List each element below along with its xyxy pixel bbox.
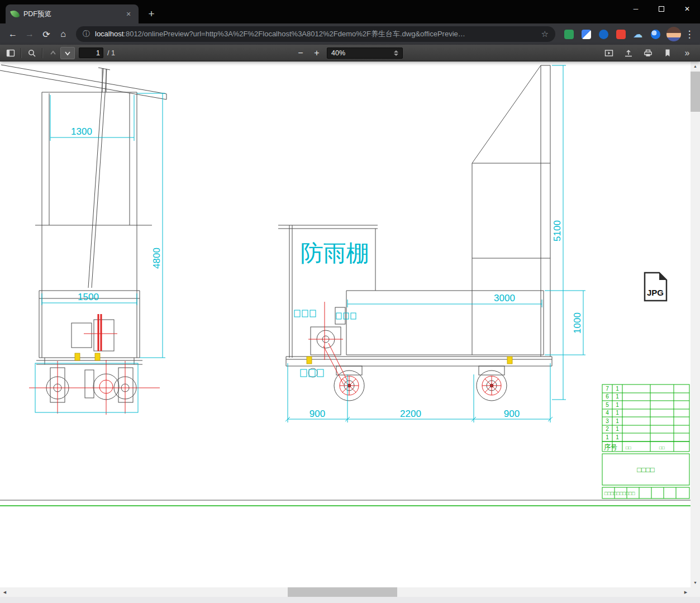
url-host: localhost	[95, 30, 123, 38]
title-block: 7 1 6 1 5 1 4 1 3 1 2 1 1 1 序号 □□ □□	[602, 384, 689, 498]
bookmark-icon	[663, 49, 672, 58]
page-up-button[interactable]	[46, 47, 60, 59]
translate-extension-icon	[582, 30, 591, 39]
extension-icon-1[interactable]	[563, 29, 574, 40]
print-button[interactable]	[641, 47, 655, 59]
pdf-toolbar: / 1 − + 40%	[0, 45, 700, 61]
chevrons-icon: »	[682, 48, 692, 58]
dim-4800: 4800	[151, 248, 162, 269]
zoom-controls: − + 40%	[294, 45, 403, 61]
tb-header-no: 序号	[604, 443, 617, 451]
sidebar-toggle-button[interactable]	[3, 47, 18, 59]
scroll-right-icon[interactable]: ▶	[681, 587, 691, 597]
scroll-down-icon[interactable]: ▼	[691, 578, 700, 587]
page-count-label: / 1	[107, 49, 115, 57]
vertical-scrollbar-thumb[interactable]	[691, 72, 700, 112]
tb-header-col2: □□	[626, 445, 631, 450]
vertical-scrollbar[interactable]: ▲ ▼	[691, 61, 700, 587]
tb-row-no: 2	[606, 426, 609, 432]
tb-row-qty: 1	[616, 418, 619, 424]
find-button[interactable]	[25, 47, 39, 59]
dim-5100: 5100	[552, 220, 563, 241]
extension-icon-4[interactable]	[615, 29, 626, 40]
tb-row-qty: 1	[616, 402, 619, 408]
presentation-mode-button[interactable]	[602, 47, 616, 59]
back-button[interactable]: ←	[4, 26, 21, 42]
title-bar: PDF预览 ✕ + ─ ✕	[0, 0, 700, 23]
search-icon	[27, 49, 36, 58]
green-extension-icon	[564, 30, 574, 39]
tb-row-no: 5	[606, 402, 609, 408]
tb-title-text: □□□□	[637, 466, 655, 474]
open-file-button[interactable]	[621, 47, 636, 59]
window-bottom-edge	[0, 597, 700, 603]
page-number-input[interactable]	[79, 48, 103, 58]
zoom-select[interactable]: 40%	[327, 48, 403, 59]
tb-header-col3: □□	[659, 445, 665, 450]
address-bar[interactable]: ⓘ localhost:8012/onlinePreview?url=http%…	[76, 26, 555, 42]
scrollbar-corner	[691, 587, 700, 597]
minimize-button[interactable]: ─	[623, 0, 649, 18]
select-caret-icon	[394, 50, 398, 56]
zoom-value: 40%	[331, 49, 345, 57]
extensions-row: ☁	[563, 29, 661, 40]
dim-1500: 1500	[78, 292, 99, 302]
tb-row-qty: 1	[616, 434, 619, 440]
bookmark-star-icon[interactable]: ☆	[541, 29, 549, 39]
browser-menu-icon[interactable]: ⋮	[683, 29, 696, 40]
orange-extension-icon	[616, 30, 626, 39]
dim-900-right: 900	[504, 409, 520, 419]
new-tab-button[interactable]: +	[144, 7, 159, 22]
dim-1000: 1000	[572, 312, 583, 334]
extension-icon-5[interactable]: ☁	[632, 29, 644, 40]
extension-icon-2[interactable]	[580, 29, 592, 40]
blue-circle-extension-icon	[599, 30, 608, 39]
site-info-icon[interactable]: ⓘ	[83, 29, 90, 39]
cloud-extension-icon: ☁	[634, 30, 643, 39]
print-icon	[644, 49, 653, 58]
profile-avatar[interactable]	[666, 27, 681, 41]
sidebar-toggle-icon	[6, 49, 15, 58]
maximize-icon	[659, 6, 664, 12]
close-button[interactable]: ✕	[674, 0, 700, 18]
dim-2200: 2200	[400, 409, 421, 419]
tb-row-no: 3	[606, 418, 609, 424]
extension-icon-3[interactable]	[598, 29, 609, 40]
tb-row-qty: 1	[616, 386, 619, 392]
reload-button[interactable]: ⟳	[38, 26, 55, 42]
jpg-badge-text: JPG	[647, 288, 664, 297]
tb-row-no: 1	[606, 434, 609, 440]
browser-window: PDF预览 ✕ + ─ ✕ ← → ⟳ ⌂ ⓘ localhost:8012/o…	[0, 0, 700, 603]
home-button[interactable]: ⌂	[55, 26, 72, 42]
more-tools-button[interactable]: »	[680, 47, 694, 59]
url-path: :8012/onlinePreview?url=http%3A%2F%2Floc…	[123, 30, 465, 38]
dim-3000: 3000	[494, 293, 515, 303]
horizontal-scrollbar-thumb[interactable]	[288, 587, 397, 597]
bookmark-button[interactable]	[660, 47, 675, 59]
tab-title: PDF预览	[23, 10, 120, 19]
dim-900-left: 900	[309, 409, 325, 419]
open-file-icon	[624, 49, 633, 58]
cad-drawing: 1300 4800 1500 防雨棚 3000 1000 5100 900 22…	[0, 61, 691, 587]
zoom-out-button[interactable]: −	[294, 47, 307, 59]
tb-row-no: 7	[606, 386, 609, 392]
page-down-icon	[63, 49, 72, 58]
drawing-black-lines	[0, 65, 691, 500]
dim-1300: 1300	[71, 126, 92, 137]
tb-row-no: 6	[606, 393, 609, 400]
navigation-bar: ← → ⟳ ⌂ ⓘ localhost:8012/onlinePreview?u…	[0, 23, 700, 45]
horizontal-scrollbar[interactable]: ◀ ▶	[0, 587, 691, 597]
page-down-button[interactable]	[60, 47, 75, 59]
toolbar-divider	[42, 48, 43, 58]
pdf-page-canvas: 1300 4800 1500 防雨棚 3000 1000 5100 900 22…	[0, 61, 691, 587]
scroll-up-icon[interactable]: ▲	[691, 61, 700, 71]
tab-close-icon[interactable]: ✕	[124, 10, 133, 18]
zoom-in-button[interactable]: +	[311, 47, 323, 59]
scroll-left-icon[interactable]: ◀	[0, 587, 9, 597]
browser-tab[interactable]: PDF预览 ✕	[6, 4, 139, 23]
jpg-file-icon[interactable]: JPG	[645, 273, 666, 301]
extension-icon-6[interactable]	[650, 29, 661, 40]
forward-button[interactable]: →	[21, 26, 38, 42]
canopy-label: 防雨棚	[301, 240, 369, 266]
maximize-button[interactable]	[649, 0, 674, 18]
